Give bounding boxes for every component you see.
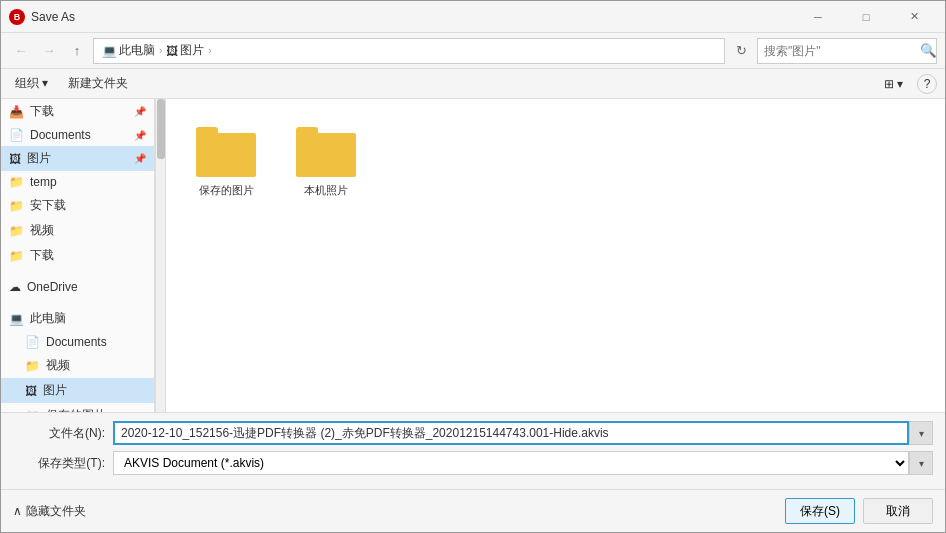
close-button[interactable]: ✕ xyxy=(891,7,937,27)
search-button[interactable]: 🔍 xyxy=(920,39,937,63)
minimize-button[interactable]: ─ xyxy=(795,7,841,27)
view-button[interactable]: ⊞ ▾ xyxy=(878,75,909,93)
documents-icon: 📄 xyxy=(9,128,24,142)
sidebar-item-documents-sub[interactable]: 📄 Documents xyxy=(1,331,154,353)
hide-arrow-icon: ∧ xyxy=(13,504,22,518)
filename-label: 文件名(N): xyxy=(13,425,113,442)
computer-icon: 💻 xyxy=(102,44,117,58)
filename-row: 文件名(N): ▾ xyxy=(13,421,933,445)
folder-icon-local xyxy=(296,127,356,177)
breadcrumb-sep-1: › xyxy=(159,45,162,56)
bottom-area: 文件名(N): ▾ 保存类型(T): AKVIS Document (*.akv… xyxy=(1,412,945,489)
app-icon: B xyxy=(9,9,25,25)
hide-folder-button[interactable]: ∧ 隐藏文件夹 xyxy=(13,503,86,520)
forward-button[interactable]: → xyxy=(37,39,61,63)
sidebar-item-pictures-pinned[interactable]: 🖼 图片 📌 xyxy=(1,146,154,171)
sidebar-item-anzaizai[interactable]: 📁 安下载 xyxy=(1,193,154,218)
cancel-button[interactable]: 取消 xyxy=(863,498,933,524)
downloads2-icon: 📁 xyxy=(9,249,24,263)
pictures-icon: 🖼 xyxy=(166,44,178,58)
anzaizai-icon: 📁 xyxy=(9,199,24,213)
breadcrumb-bar: 💻 此电脑 › 🖼 图片 › xyxy=(93,38,725,64)
search-input[interactable] xyxy=(758,44,920,58)
save-button[interactable]: 保存(S) xyxy=(785,498,855,524)
folder-item-saved-pictures[interactable]: 保存的图片 xyxy=(186,119,266,206)
filetype-select[interactable]: AKVIS Document (*.akvis) xyxy=(113,451,909,475)
onedrive-icon: ☁ xyxy=(9,280,21,294)
sub-toolbar: 组织 ▾ 新建文件夹 ⊞ ▾ ? xyxy=(1,69,945,99)
download-icon: 📥 xyxy=(9,105,24,119)
filetype-dropdown-button[interactable]: ▾ xyxy=(909,451,933,475)
search-box: 🔍 xyxy=(757,38,937,64)
filename-input[interactable] xyxy=(113,421,909,445)
search-icon: 🔍 xyxy=(920,43,937,58)
sidebar-item-video-sub[interactable]: 📁 视频 xyxy=(1,353,154,378)
action-buttons: 保存(S) 取消 xyxy=(785,498,933,524)
sidebar-item-documents-pinned[interactable]: 📄 Documents 📌 xyxy=(1,124,154,146)
title-bar: B Save As ─ □ ✕ xyxy=(1,1,945,33)
temp-folder-icon: 📁 xyxy=(9,175,24,189)
video-sub-icon: 📁 xyxy=(25,359,40,373)
video-icon: 📁 xyxy=(9,224,24,238)
new-folder-button[interactable]: 新建文件夹 xyxy=(62,73,134,94)
sidebar-item-onedrive[interactable]: ☁ OneDrive xyxy=(1,276,154,298)
documents-sub-icon: 📄 xyxy=(25,335,40,349)
breadcrumb-computer[interactable]: 💻 此电脑 xyxy=(102,42,155,59)
back-button[interactable]: ← xyxy=(9,39,33,63)
organize-button[interactable]: 组织 ▾ xyxy=(9,73,54,94)
sidebar-item-downloads-pinned[interactable]: 📥 下载 📌 xyxy=(1,99,154,124)
folder-label-saved: 保存的图片 xyxy=(199,183,254,198)
folder-grid: 保存的图片 本机照片 xyxy=(186,119,925,206)
sidebar-item-saved-pictures[interactable]: 📁 保存的图片... xyxy=(1,403,154,412)
up-button[interactable]: ↑ xyxy=(65,39,89,63)
action-row: ∧ 隐藏文件夹 保存(S) 取消 xyxy=(1,489,945,532)
maximize-button[interactable]: □ xyxy=(843,7,889,27)
help-button[interactable]: ? xyxy=(917,74,937,94)
folder-label-local: 本机照片 xyxy=(304,183,348,198)
navigation-toolbar: ← → ↑ 💻 此电脑 › 🖼 图片 › ↻ 🔍 xyxy=(1,33,945,69)
sidebar-item-temp[interactable]: 📁 temp xyxy=(1,171,154,193)
sidebar-item-downloads2[interactable]: 📁 下载 xyxy=(1,243,154,268)
sidebar-item-video[interactable]: 📁 视频 xyxy=(1,218,154,243)
refresh-button[interactable]: ↻ xyxy=(729,39,753,63)
breadcrumb-sep-2: › xyxy=(208,45,211,56)
sidebar-item-thispc[interactable]: 💻 此电脑 xyxy=(1,306,154,331)
pictures-sub-icon: 🖼 xyxy=(25,384,37,398)
pictures-pin-icon: 🖼 xyxy=(9,152,21,166)
filetype-row: 保存类型(T): AKVIS Document (*.akvis) ▾ xyxy=(13,451,933,475)
filename-dropdown-button[interactable]: ▾ xyxy=(909,421,933,445)
dialog-title: Save As xyxy=(31,10,75,24)
sidebar-item-pictures-sub[interactable]: 🖼 图片 xyxy=(1,378,154,403)
breadcrumb-pictures[interactable]: 🖼 图片 xyxy=(166,42,204,59)
hide-folder-label: 隐藏文件夹 xyxy=(26,503,86,520)
thispc-icon: 💻 xyxy=(9,312,24,326)
content-area: 保存的图片 本机照片 xyxy=(166,99,945,412)
folder-icon-saved xyxy=(196,127,256,177)
folder-item-local-photos[interactable]: 本机照片 xyxy=(286,119,366,206)
filetype-label: 保存类型(T): xyxy=(13,455,113,472)
main-area: 📥 下载 📌 📄 Documents 📌 🖼 图片 📌 📁 temp xyxy=(1,99,945,412)
sidebar: 📥 下载 📌 📄 Documents 📌 🖼 图片 📌 📁 temp xyxy=(1,99,155,412)
